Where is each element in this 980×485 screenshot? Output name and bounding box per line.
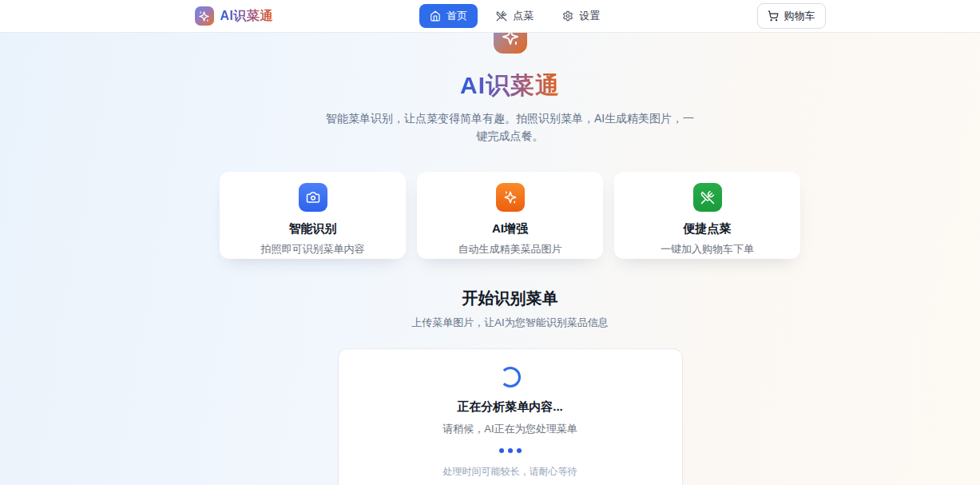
main-nav: 首页 点菜 设置 (419, 4, 610, 28)
brand-name: AI识菜通 (220, 8, 274, 25)
feature-card-recognize: 智能识别 拍照即可识别菜单内容 (220, 172, 406, 259)
camera-icon (299, 183, 327, 212)
sparkles-icon (496, 183, 525, 212)
feature-desc: 一键加入购物车下单 (614, 242, 800, 256)
feature-title: AI增强 (417, 221, 603, 237)
app-header: AI识菜通 首页 点菜 (0, 0, 980, 33)
nav-item-home[interactable]: 首页 (419, 4, 478, 28)
page-title: AI识菜通 (460, 70, 560, 102)
cart-icon (768, 10, 779, 22)
page-subtitle: 智能菜单识别，让点菜变得简单有趣。拍照识别菜单，AI生成精美图片，一键完成点餐。 (323, 110, 698, 145)
feature-card-order: 便捷点菜 一键加入购物车下单 (614, 172, 800, 259)
feature-cards: 智能识别 拍照即可识别菜单内容 AI增强 自动生成精美菜品图片 (195, 172, 826, 259)
cart-label: 购物车 (784, 9, 815, 23)
brand-logo[interactable]: AI识菜通 (195, 6, 274, 26)
nav-label-order: 点菜 (513, 9, 534, 23)
cart-button[interactable]: 购物车 (757, 3, 826, 29)
loading-card: 正在分析菜单内容... 请稍候，AI正在为您处理菜单 处理时间可能较长，请耐心等… (338, 348, 683, 485)
feature-card-enhance: AI增强 自动生成精美菜品图片 (417, 172, 603, 259)
utensils-icon (496, 10, 507, 22)
loading-dots-icon (355, 448, 666, 453)
feature-title: 便捷点菜 (614, 221, 800, 237)
brand-sparkles-icon (195, 6, 214, 26)
loading-spinner-icon (500, 367, 521, 388)
home-icon (430, 10, 441, 22)
utensils-icon (693, 183, 722, 212)
nav-item-settings[interactable]: 设置 (552, 4, 610, 28)
section-subtitle: 上传菜单图片，让AI为您智能识别菜品信息 (195, 316, 826, 330)
nav-label-home: 首页 (446, 9, 467, 23)
loading-title: 正在分析菜单内容... (355, 400, 666, 415)
feature-title: 智能识别 (220, 221, 406, 237)
feature-desc: 自动生成精美菜品图片 (417, 242, 603, 256)
feature-desc: 拍照即可识别菜单内容 (220, 242, 406, 256)
nav-label-settings: 设置 (579, 9, 600, 23)
nav-item-order[interactable]: 点菜 (486, 4, 544, 28)
hero-section: AI识菜通 智能菜单识别，让点菜变得简单有趣。拍照识别菜单，AI生成精美图片，一… (195, 20, 826, 145)
recognize-section-header: 开始识别菜单 上传菜单图片，让AI为您智能识别菜品信息 (195, 288, 826, 330)
section-title: 开始识别菜单 (195, 288, 826, 309)
gear-icon (562, 10, 573, 22)
loading-note: 处理时间可能较长，请耐心等待 (355, 465, 666, 479)
loading-subtitle: 请稍候，AI正在为您处理菜单 (355, 422, 666, 436)
